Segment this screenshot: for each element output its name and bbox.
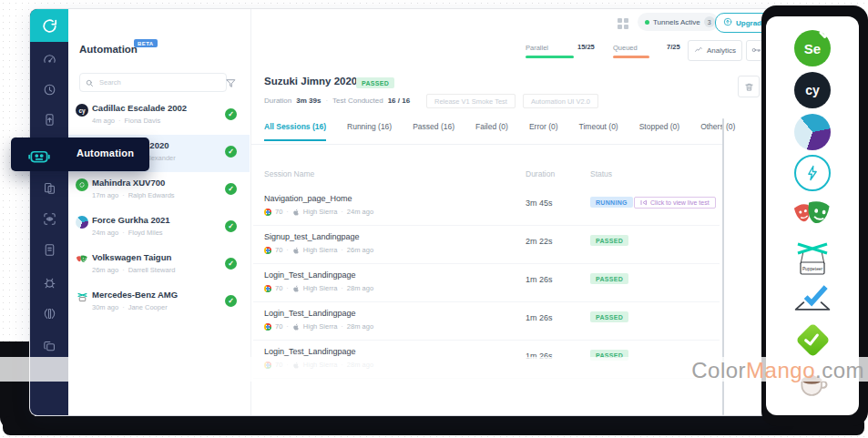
sidebar (30, 9, 68, 415)
lightning-logo-icon (791, 153, 833, 193)
session-list-item[interactable]: Volkswagen Taigun 26m ago·Darrell Stewar… (68, 247, 250, 284)
tab-failed[interactable]: Failed (0) (475, 122, 508, 141)
test-duration: 1m 26s (526, 275, 553, 284)
automation-flyout: Automation (11, 138, 149, 171)
eye-scan-icon[interactable] (30, 209, 68, 229)
session-list-item[interactable]: Force Gurkha 2021 24m ago·Floyd Miles ✓ (68, 209, 250, 247)
tabs-divider (250, 144, 722, 145)
table-row[interactable]: Login_Test_Landingpage 70· High Sierra·2… (253, 263, 720, 302)
tab-passed[interactable]: Passed (16) (413, 122, 454, 141)
tab-running[interactable]: Running (16) (347, 122, 392, 141)
session-list-item[interactable]: Mahindra XUV700 17m ago·Ralph Edwards ✓ (68, 172, 250, 209)
session-meta: 30m ago·Jane Cooper (92, 303, 168, 311)
frameworks-panel: Se cy Puppeteer (766, 16, 859, 415)
session-meta: 24m ago·Floyd Miles (92, 229, 163, 237)
chrome-icon (264, 323, 271, 331)
queued-value: 7/25 (667, 43, 680, 51)
chrome-icon (264, 285, 271, 292)
appium-avatar-icon (76, 216, 88, 229)
column-session-name: Session Name (264, 169, 314, 178)
sessions-panel: Automation BETA cy Cadillac Escalade 200… (68, 9, 251, 415)
beta-badge: BETA (134, 39, 158, 47)
tab-error[interactable]: Error (0) (529, 122, 558, 141)
puppeteer-avatar-icon (76, 290, 88, 303)
tab-stopped[interactable]: Stopped (0) (639, 122, 679, 141)
selenium-logo-icon: Se (791, 28, 833, 68)
column-duration: Duration (526, 169, 555, 178)
cypress-avatar-icon: cy (76, 104, 88, 117)
tag-chip: Automation UI V2.0 (523, 94, 598, 108)
build-status-badge: PASSED (356, 77, 394, 88)
cypress-logo-icon: cy (791, 70, 833, 110)
build-title: Suzuki Jimny 2020 (264, 76, 357, 87)
green-dot-icon (645, 20, 649, 25)
chrome-icon (264, 209, 271, 216)
passed-check-icon: ✓ (225, 295, 237, 307)
app-window: Automation BETA cy Cadillac Escalade 200… (30, 9, 783, 415)
test-meta: 70· High Sierra·26m ago (264, 246, 373, 254)
test-meta: 70· High Sierra·28m ago (264, 284, 373, 292)
live-view-icon (640, 199, 648, 206)
test-duration: 2m 22s (526, 237, 553, 246)
build-meta: Duration3m 39s · Test Conducted16 / 16 (264, 97, 410, 105)
tunnels-active-pill[interactable]: Tunnels Active 3 (638, 13, 719, 31)
status-badge: PASSED (590, 235, 628, 246)
puppeteer-logo-icon: Puppeteer (791, 237, 833, 277)
table-row[interactable]: Login_Test_Landingpage 70· High Sierra·2… (253, 301, 720, 341)
robot-icon (27, 143, 51, 170)
test-name: Navigation_page_Home (264, 194, 352, 203)
stacked-devices-icon[interactable] (30, 178, 68, 198)
session-name: Mercedes-Benz AMG (92, 290, 178, 300)
table-row[interactable]: Signup_test_Landingpage 70· High Sierra·… (253, 225, 720, 264)
svg-text:Puppeteer: Puppeteer (802, 266, 823, 270)
search-input[interactable] (97, 77, 201, 87)
tab-timeout[interactable]: Timeout (0) (579, 122, 618, 141)
analytics-label: Analytics (707, 46, 736, 55)
key-icon (751, 46, 761, 56)
table-row[interactable]: Navigation_page_Home 70· High Sierra·24m… (253, 187, 720, 226)
session-name: Force Gurkha 2021 (92, 215, 170, 225)
folders-icon[interactable] (30, 336, 68, 356)
session-name: Volkswagen Taigun (92, 252, 171, 262)
session-meta: 17m ago·Ralph Edwards (92, 191, 175, 199)
test-name: Login_Test_Landingpage (264, 347, 356, 356)
tunnels-label: Tunnels Active (653, 18, 700, 26)
parallel-value: 15/25 (577, 43, 595, 51)
tab-all-sessions[interactable]: All Sessions (16) (264, 122, 326, 141)
test-name: Signup_test_Landingpage (264, 232, 360, 241)
session-name: Mahindra XUV700 (92, 178, 165, 188)
panel-title: Automation (79, 44, 138, 55)
session-meta: 4m ago·Fiona Davis (92, 117, 160, 125)
search-box (79, 73, 227, 92)
passed-check-icon: ✓ (225, 108, 237, 120)
view-live-test-button[interactable]: Click to view live test (634, 197, 716, 209)
search-icon (86, 75, 94, 91)
split-columns-icon[interactable] (30, 303, 68, 323)
gauge-icon[interactable] (30, 49, 68, 69)
session-list-item[interactable]: Mercedes-Benz AMG 30m ago·Jane Cooper ✓ (68, 284, 250, 321)
build-tags: Release V1 Smoke Test Automation UI V2.0 (426, 94, 598, 108)
session-name: Cadillac Escalade 2002 (92, 103, 187, 113)
watermark: ColorMango.com (691, 358, 864, 383)
clock-icon[interactable] (30, 79, 68, 99)
upgrade-icon (723, 17, 732, 28)
analytics-button[interactable]: Analytics (688, 40, 742, 61)
playwright-logo-icon (791, 195, 833, 235)
queued-progress-bar (613, 56, 649, 58)
filter-icon[interactable] (225, 76, 240, 89)
stage: Automation BETA cy Cadillac Escalade 200… (0, 0, 868, 438)
tunnels-count-badge: 3 (704, 16, 715, 27)
column-status: Status (590, 169, 612, 178)
status-badge: PASSED (590, 273, 628, 284)
mobile-arrow-icon[interactable] (30, 109, 68, 129)
apps-grid-icon[interactable] (618, 18, 629, 30)
test-meta: 70· High Sierra·28m ago (264, 322, 373, 331)
passed-check-icon: ✓ (225, 146, 237, 158)
tab-others[interactable]: Others (0) (700, 122, 735, 141)
delete-build-button[interactable] (738, 76, 760, 97)
lambdatest-logo-icon[interactable] (30, 9, 68, 42)
check-diamond-logo-icon (791, 320, 833, 360)
notebook-icon[interactable] (30, 239, 68, 260)
bug-icon[interactable] (30, 272, 68, 292)
session-list-item[interactable]: cy Cadillac Escalade 2002 4m ago·Fiona D… (68, 97, 250, 135)
